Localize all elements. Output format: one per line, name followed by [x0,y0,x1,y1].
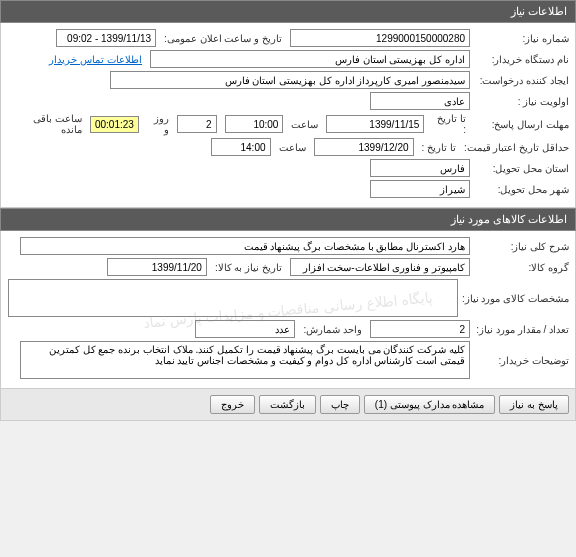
attachments-button[interactable]: مشاهده مدارک پیوستی (1) [364,395,496,414]
public-datetime-field: 1399/11/13 - 09:02 [56,29,156,47]
requester-field: سیدمنصور امیری کارپرداز اداره کل بهزیستی… [110,71,470,89]
need-number-field: 1299000150000280 [290,29,470,47]
requester-label: ایجاد کننده درخواست: [474,75,569,86]
goods-spec-field [8,279,458,317]
delivery-city-label: شهر محل تحویل: [474,184,569,195]
qty-label: تعداد / مقدار مورد نیاز: [474,324,569,335]
buyer-contact-link[interactable]: اطلاعات تماس خریدار [45,54,146,65]
buyer-notes-field: کلیه شرکت کنندگان می بایست برگ پیشنهاد ق… [20,341,470,379]
response-date-field: 1399/11/15 [326,115,424,133]
section-header-goods-info: اطلاعات کالاهای مورد نیاز [0,208,576,231]
days-label: روز و [143,113,173,135]
hour-label-1: ساعت [287,119,322,130]
goods-spec-label: مشخصات کالای مورد نیاز: [462,293,569,304]
exit-button[interactable]: خروج [210,395,255,414]
until-date-label: تا تاریخ : [428,113,470,135]
general-desc-field: هارد اکسترنال مطابق با مشخصات برگ پیشنها… [20,237,470,255]
buyer-notes-label: توضیحات خریدار: [474,355,569,366]
section-header-need-info: اطلاعات نیاز [0,0,576,23]
response-hour-field: 10:00 [225,115,284,133]
remaining-label: ساعت باقی مانده [7,113,86,135]
days-field: 2 [177,115,216,133]
button-bar: پاسخ به نیاز مشاهده مدارک پیوستی (1) چاپ… [0,389,576,421]
until-date-label-2: تا تاریخ : [418,142,460,153]
need-date-label: تاریخ نیاز به کالا: [211,262,286,273]
goods-group-field: کامپیوتر و فناوری اطلاعات-سخت افزار [290,258,470,276]
need-number-label: شماره نیاز: [474,33,569,44]
validity-hour-field: 14:00 [211,138,271,156]
qty-field: 2 [370,320,470,338]
section-body-need-info: شماره نیاز: 1299000150000280 تاریخ و ساع… [0,23,576,208]
validity-date-field: 1399/12/20 [314,138,414,156]
countdown-field: 00:01:23 [90,116,139,133]
delivery-province-label: استان محل تحویل: [474,163,569,174]
need-date-field: 1399/11/20 [107,258,207,276]
hour-label-2: ساعت [275,142,310,153]
buyer-org-label: نام دستگاه خریدار: [474,54,569,65]
priority-label: اولویت نیاز : [474,96,569,107]
delivery-province-field: فارس [370,159,470,177]
delivery-city-field: شیراز [370,180,470,198]
buyer-org-field: اداره کل بهزیستی استان فارس [150,50,470,68]
response-deadline-label: مهلت ارسال پاسخ: [474,119,569,130]
print-button[interactable]: چاپ [320,395,360,414]
price-validity-label: حداقل تاریخ اعتبار قیمت: [464,142,569,153]
back-button[interactable]: بازگشت [259,395,316,414]
goods-group-label: گروه کالا: [474,262,569,273]
unit-field: عدد [195,320,295,338]
priority-field: عادی [370,92,470,110]
unit-label: واحد شمارش: [299,324,366,335]
general-desc-label: شرح کلی نیاز: [474,241,569,252]
respond-button[interactable]: پاسخ به نیاز [499,395,569,414]
section-body-goods-info: شرح کلی نیاز: هارد اکسترنال مطابق با مشخ… [0,231,576,389]
public-datetime-label: تاریخ و ساعت اعلان عمومی: [160,33,286,44]
